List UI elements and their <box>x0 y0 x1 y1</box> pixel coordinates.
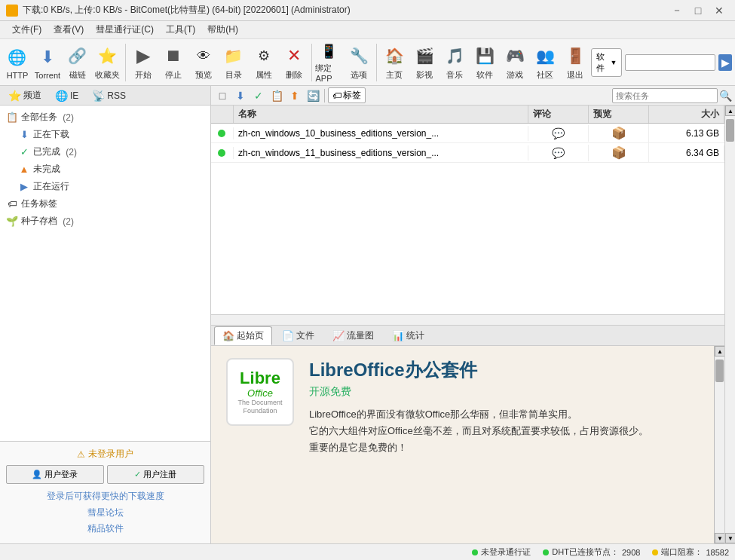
tree-incomplete[interactable]: ▲ 未完成 <box>0 161 210 178</box>
menu-file[interactable]: 文件(F) <box>6 22 47 38</box>
running-icon: ▶ <box>18 181 30 192</box>
tab-start-page[interactable]: 🏠 起始页 <box>214 326 272 345</box>
bottom-area: 🏠 起始页 📄 文件 📈 流量图 📊 统 <box>211 325 724 543</box>
sidebar-warning-text: 未登录用户 <box>88 448 133 461</box>
tree-tags[interactable]: 🏷 任务标签 <box>0 195 210 213</box>
table-row[interactable]: zh-cn_windows_11_business_editions_versi… <box>211 143 724 163</box>
tb-favorites[interactable]: ⭐ 收藏夹 <box>93 41 122 84</box>
task-tb-down[interactable]: ⬇ <box>232 88 249 103</box>
tree-seed-count: (2) <box>60 216 74 227</box>
menu-help[interactable]: 帮助(H) <box>201 22 244 38</box>
sidebar-tab-channel[interactable]: ⭐ 频道 <box>3 87 47 104</box>
tb-software[interactable]: 💾 软件 <box>470 41 499 84</box>
login-button[interactable]: 👤 用户登录 <box>6 465 104 484</box>
forum-link[interactable]: 彗星论坛 <box>6 505 204 522</box>
tb-torrent-label: Torrent <box>35 71 60 80</box>
dht-value: 2908 <box>622 548 640 557</box>
software-dropdown[interactable]: 软件 ▼ <box>591 48 622 77</box>
tb-home[interactable]: 🏠 主页 <box>380 41 409 84</box>
login-status-dot <box>472 549 478 555</box>
status-dot-2 <box>218 149 225 157</box>
download-tip: 登录后可获得更快的下载速度 <box>6 488 204 505</box>
bottom-right-scrollbar[interactable]: ▲ ▼ <box>714 346 724 543</box>
tb-props[interactable]: ⚙ 属性 <box>250 41 278 84</box>
tb-folder-label: 目录 <box>225 69 242 81</box>
task-search-input[interactable] <box>612 88 718 103</box>
software-dropdown-arrow: ▼ <box>610 59 617 66</box>
task-tb-up[interactable]: ⬆ <box>286 88 303 103</box>
minimize-button[interactable]: － <box>667 3 687 18</box>
tb-delete[interactable]: ✕ 删除 <box>280 41 308 84</box>
software-dropdown-label: 软件 <box>596 51 608 74</box>
maximize-button[interactable]: □ <box>688 3 708 18</box>
tb-start[interactable]: ▶ 开始 <box>129 41 158 84</box>
software-icon-tb: 💾 <box>473 44 497 68</box>
software-link[interactable]: 精品软件 <box>6 521 204 537</box>
folder-icon: 📁 <box>222 44 246 68</box>
tab-files[interactable]: 📄 文件 <box>274 326 323 345</box>
tb-community[interactable]: 👥 社区 <box>531 41 559 84</box>
sidebar-tab-rss[interactable]: 📡 RSS <box>87 87 131 104</box>
close-button[interactable]: ✕ <box>709 3 729 18</box>
tb-games[interactable]: 🎮 游戏 <box>501 41 529 84</box>
login-status-text: 未登录通行证 <box>481 546 531 558</box>
tree-incomplete-label: 未完成 <box>33 163 60 176</box>
window-title: 下载:0 KB/s, 上传:0 KB/s - BitComet(比特彗星) (6… <box>23 4 351 17</box>
tb-preview-label: 预览 <box>195 69 212 81</box>
task-tb-check[interactable]: ✓ <box>250 88 267 103</box>
scrollbar-down-arrow[interactable]: ▼ <box>715 533 724 543</box>
traffic-icon: 📈 <box>332 330 345 341</box>
task-scroll-handle[interactable] <box>726 119 734 142</box>
task-tb-refresh[interactable]: 🔄 <box>305 88 321 103</box>
favorites-icon: ⭐ <box>96 44 120 68</box>
tb-community-label: 社区 <box>537 69 553 81</box>
tb-sep2 <box>311 44 312 81</box>
tree-all-tasks[interactable]: 📋 全部任务 (2) <box>0 109 210 126</box>
toolbar-search-input[interactable] <box>625 54 715 71</box>
tb-options[interactable]: 🔧 选项 <box>345 41 373 84</box>
tb-http[interactable]: 🌐 HTTP <box>3 41 32 84</box>
sidebar-tab-ie[interactable]: 🌐 IE <box>50 87 84 104</box>
tree-completed[interactable]: ✓ 已完成 (2) <box>0 143 210 161</box>
task-size-1: 6.13 GB <box>649 126 724 141</box>
tab-stats[interactable]: 📊 统计 <box>384 326 433 345</box>
tb-exit[interactable]: 🚪 退出 <box>561 41 590 84</box>
toolbar-search-go[interactable]: ▶ <box>718 54 732 71</box>
tree-seed-archive[interactable]: 🌱 种子存档 (2) <box>0 213 210 230</box>
status-dot-1 <box>218 130 225 137</box>
menu-passport[interactable]: 彗星通行证(C) <box>90 22 160 38</box>
task-tb-select[interactable]: □ <box>214 88 231 103</box>
task-tb-copy[interactable]: 📋 <box>268 88 285 103</box>
tb-exit-label: 退出 <box>567 69 583 81</box>
menu-view[interactable]: 查看(V) <box>47 22 90 38</box>
horizontal-scrollbar[interactable] <box>211 314 724 325</box>
tb-sep3 <box>376 44 377 81</box>
task-toolbar: □ ⬇ ✓ 📋 ⬆ 🔄 🏷 标签 🔍 <box>211 86 735 106</box>
task-tb-tag[interactable]: 🏷 标签 <box>328 87 366 103</box>
scrollbar-handle[interactable] <box>715 360 724 382</box>
task-scroll-down[interactable]: ▼ <box>725 533 735 543</box>
tb-sep1 <box>125 44 126 81</box>
tb-preview[interactable]: 👁 预览 <box>189 41 218 84</box>
task-list-scrollbar[interactable]: ▲ ▼ <box>724 106 735 543</box>
tree-downloading-label: 正在下载 <box>33 128 69 141</box>
tb-torrent[interactable]: ⬇ Torrent <box>33 41 62 84</box>
tree-downloading[interactable]: ⬇ 正在下载 <box>0 126 210 143</box>
tb-music[interactable]: 🎵 音乐 <box>440 41 469 84</box>
task-search-icon[interactable]: 🔍 <box>719 90 732 102</box>
register-icon: ✓ <box>134 470 141 479</box>
stop-icon: ⏹ <box>161 44 185 68</box>
register-button[interactable]: ✓ 用户注册 <box>107 465 205 484</box>
tab-traffic[interactable]: 📈 流量图 <box>324 326 382 345</box>
tb-folder[interactable]: 📁 目录 <box>219 41 248 84</box>
menu-tools[interactable]: 工具(T) <box>160 22 201 38</box>
scrollbar-up-arrow[interactable]: ▲ <box>715 346 724 357</box>
tb-magnet[interactable]: 🔗 磁链 <box>63 41 92 84</box>
tree-running[interactable]: ▶ 正在运行 <box>0 178 210 195</box>
tb-video[interactable]: 🎬 影视 <box>410 41 439 84</box>
props-icon: ⚙ <box>252 44 276 68</box>
tb-bindapp[interactable]: 📱 绑定APP <box>314 41 343 84</box>
tb-stop[interactable]: ⏹ 停止 <box>159 41 188 84</box>
task-scroll-up[interactable]: ▲ <box>725 106 735 116</box>
table-row[interactable]: zh-cn_windows_10_business_editions_versi… <box>211 124 724 143</box>
